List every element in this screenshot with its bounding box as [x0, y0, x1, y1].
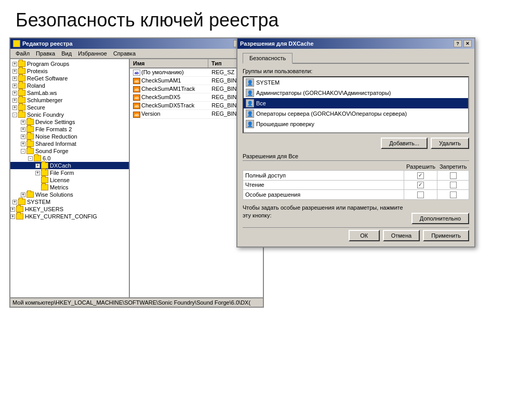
tree-node[interactable]: + Device Settings	[10, 118, 129, 126]
folder-icon	[41, 184, 48, 190]
add-user-button[interactable]: Добавить...	[381, 138, 428, 149]
user-item-authenticated[interactable]: 👤 Прошедшие проверку	[244, 119, 468, 129]
groups-label: Группы или пользователи:	[243, 68, 469, 74]
expander-icon[interactable]: +	[12, 69, 17, 74]
registry-title-text: Редактор реестра	[22, 40, 73, 47]
tree-node-label: SamLab.ws	[27, 90, 57, 96]
tree-node[interactable]: + HKEY_CURRENT_CONFIG	[10, 213, 129, 220]
checkbox-allow-read[interactable]	[417, 182, 424, 188]
expander-icon[interactable]: -	[12, 113, 17, 117]
tree-node[interactable]: + Wise Solutions	[10, 191, 129, 198]
user-actions: Добавить... Удалить	[243, 138, 469, 149]
advanced-button[interactable]: Дополнительно	[411, 213, 469, 224]
registry-tree-pane[interactable]: + Program Groups + Protexis + ReGet Soft…	[10, 59, 130, 297]
menu-view[interactable]: Вид	[58, 50, 75, 57]
detail-cell-name: abCheckSumAM1Track	[130, 85, 208, 93]
expander-icon[interactable]: +	[10, 214, 15, 219]
tree-node-sound-forge[interactable]: - Sound Forge	[10, 147, 129, 155]
perm-deny-read[interactable]	[437, 180, 469, 190]
menu-file[interactable]: Файл	[12, 50, 33, 57]
expander-icon[interactable]: +	[12, 84, 17, 88]
expander-icon[interactable]: +	[10, 207, 15, 212]
perm-allow-full[interactable]	[404, 171, 437, 181]
detail-cell-name: abCheckSumDX5	[130, 93, 208, 101]
user-name: Прошедшие проверку	[256, 121, 314, 127]
tree-node[interactable]: + Noise Reduction	[10, 133, 129, 140]
perm-name: Полный доступ	[243, 171, 404, 181]
user-item-admins[interactable]: 👤 Администраторы (GORCHAKOV\Администрато…	[244, 88, 468, 98]
expander-icon[interactable]: -	[21, 149, 25, 154]
expander-icon[interactable]: +	[21, 193, 25, 197]
user-item-everyone[interactable]: 👤 Все	[244, 98, 468, 108]
tree-node[interactable]: + File Formats 2	[10, 126, 129, 133]
detail-cell-name: abCheckSumAM1	[130, 77, 208, 85]
expander-icon[interactable]: +	[35, 163, 40, 168]
tree-node[interactable]: + Shared Informat	[10, 140, 129, 147]
tree-node-label: HKEY_USERS	[25, 206, 63, 212]
checkbox-deny-read[interactable]	[450, 182, 457, 188]
expander-icon[interactable]: +	[12, 62, 17, 66]
tree-node-6-0[interactable]: - 6.0	[10, 155, 129, 162]
perm-name: Чтение	[243, 180, 404, 190]
checkbox-allow-special[interactable]	[417, 191, 424, 198]
users-list[interactable]: 👤 SYSTEM 👤 Администраторы (GORCHAKOV\Адм…	[243, 76, 469, 133]
remove-user-button[interactable]: Удалить	[431, 138, 469, 149]
tree-node-label: License	[50, 177, 70, 183]
tree-node[interactable]: + SYSTEM	[10, 198, 129, 205]
user-item-server-ops[interactable]: 👤 Операторы сервера (GORCHAKOV\Операторы…	[244, 108, 468, 119]
expander-icon[interactable]: +	[12, 200, 17, 204]
tree-node-label: File Form	[50, 170, 74, 176]
tree-node[interactable]: + Schlumberger	[10, 97, 129, 104]
perm-allow-special[interactable]	[404, 190, 437, 200]
tree-node[interactable]: Metrics	[10, 184, 129, 191]
expander-icon[interactable]: +	[12, 76, 17, 81]
checkbox-deny-special[interactable]	[450, 191, 457, 198]
tree-node-dxcache[interactable]: + DXCach	[10, 162, 129, 169]
tree-node[interactable]: + HKEY_USERS	[10, 205, 129, 213]
expander-icon[interactable]: +	[12, 105, 17, 110]
expander-icon[interactable]: +	[21, 142, 25, 146]
perm-allow-read[interactable]	[404, 180, 437, 190]
dialog-titlebar: Разрешения для DXCache ? ✕	[237, 38, 474, 49]
menu-help[interactable]: Справка	[110, 50, 139, 57]
expander-icon[interactable]: +	[35, 171, 40, 175]
dialog-controls[interactable]: ? ✕	[454, 40, 472, 47]
apply-button[interactable]: Применить	[423, 230, 469, 241]
tree-node-sonic-foundry[interactable]: - Sonic Foundry	[10, 111, 129, 118]
user-item-system[interactable]: 👤 SYSTEM	[244, 77, 468, 88]
expander-icon[interactable]: -	[28, 156, 33, 161]
expander-icon[interactable]: +	[21, 134, 25, 139]
tree-node-label: Shared Informat	[35, 141, 76, 147]
menu-favorites[interactable]: Избранное	[75, 50, 110, 57]
perm-deny-full[interactable]	[437, 171, 469, 181]
expander-icon[interactable]: +	[12, 98, 17, 103]
folder-icon	[18, 75, 25, 81]
folder-icon	[26, 126, 34, 132]
tree-node[interactable]: + File Form	[10, 169, 129, 176]
tree-node-label: SYSTEM	[27, 199, 50, 205]
checkbox-deny-full[interactable]	[450, 172, 457, 179]
col-name[interactable]: Имя	[130, 59, 208, 67]
tree-node[interactable]: + Program Groups	[10, 60, 129, 67]
tree-node-label: Metrics	[50, 184, 68, 190]
tab-security[interactable]: Безопасность	[243, 53, 292, 64]
tree-node[interactable]: License	[10, 176, 129, 184]
dialog-close-button[interactable]: ✕	[463, 40, 472, 47]
tree-node[interactable]: + SamLab.ws	[10, 89, 129, 97]
detail-cell-name: abCheckSumDX5Track	[130, 102, 208, 109]
perm-deny-special[interactable]	[437, 190, 469, 200]
menu-edit[interactable]: Правка	[33, 50, 58, 57]
checkbox-allow-full[interactable]	[417, 172, 424, 179]
tree-node-label: DXCach	[50, 162, 71, 169]
tree-node[interactable]: + ReGet Software	[10, 75, 129, 82]
expander-icon[interactable]: +	[21, 127, 25, 132]
expander-icon[interactable]: +	[21, 120, 25, 125]
reg-ab-icon: ab	[133, 70, 140, 76]
tree-node[interactable]: + Protexis	[10, 67, 129, 75]
help-button[interactable]: ?	[454, 40, 462, 47]
tree-node[interactable]: + Roland	[10, 82, 129, 89]
tree-node[interactable]: + Secure	[10, 104, 129, 111]
expander-icon[interactable]: +	[12, 91, 17, 95]
cancel-button[interactable]: Отмена	[383, 230, 420, 241]
ok-button[interactable]: ОК	[349, 230, 380, 241]
